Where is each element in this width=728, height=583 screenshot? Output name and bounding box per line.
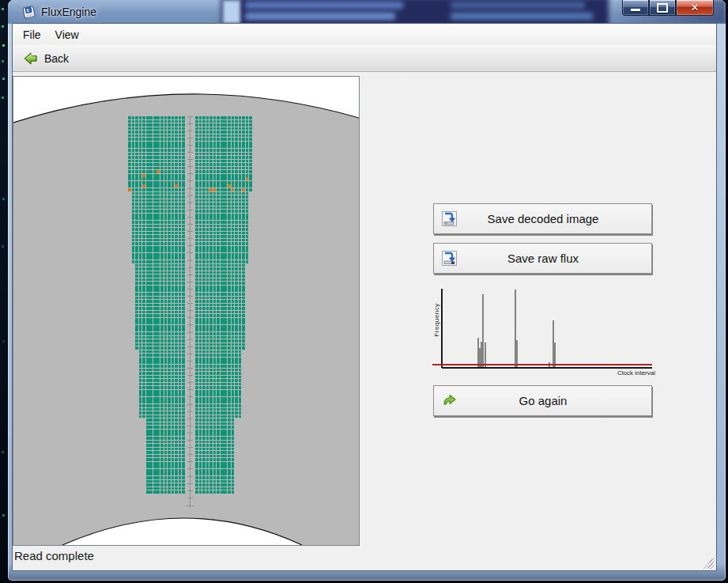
clock-histogram: Frequency Clock interval <box>432 285 665 380</box>
save-arrow-icon <box>442 211 457 226</box>
aero-glass-highlight <box>223 0 240 24</box>
close-icon: ✕ <box>691 2 700 13</box>
histogram-plot <box>432 285 665 380</box>
save-arrow-icon <box>442 251 457 266</box>
disk-map-panel <box>13 76 360 546</box>
caption-buttons: ✕ <box>622 0 714 16</box>
go-again-label: Go again <box>457 394 629 407</box>
screen: FluxEngine ✕ File View Back <box>0 0 728 583</box>
minimize-icon <box>631 9 640 11</box>
save-raw-flux-button[interactable]: Save raw flux <box>433 243 652 274</box>
aero-blur-row <box>245 2 403 9</box>
resize-grip[interactable] <box>703 557 715 569</box>
window-title: FluxEngine <box>41 6 96 18</box>
toolbar: Back <box>13 45 716 72</box>
desktop-background <box>0 0 8 583</box>
aero-blur-row <box>451 2 585 9</box>
aero-blur-row <box>451 13 593 20</box>
fluxengine-window: FluxEngine ✕ File View Back <box>8 0 726 581</box>
back-arrow-icon <box>24 51 38 66</box>
status-bar-text: Read complete <box>14 549 94 562</box>
histogram-y-axis-label: Frequency <box>433 289 440 352</box>
go-again-button[interactable]: Go again <box>433 385 652 416</box>
menu-file[interactable]: File <box>16 24 48 45</box>
redo-arrow-icon <box>442 393 457 408</box>
save-raw-flux-label: Save raw flux <box>457 252 629 265</box>
back-label: Back <box>44 52 69 65</box>
maximize-button[interactable] <box>649 0 676 16</box>
minimize-button[interactable] <box>622 0 649 16</box>
desktop-console-pixels <box>2 8 4 10</box>
aero-blur-row <box>245 13 395 20</box>
maximize-icon <box>657 3 668 13</box>
back-button[interactable]: Back <box>19 48 74 68</box>
menu-view[interactable]: View <box>48 24 86 45</box>
histogram-x-axis-label: Clock interval <box>617 369 655 377</box>
disk-sector-map <box>13 77 359 545</box>
save-decoded-image-label: Save decoded image <box>457 212 629 225</box>
client-area: File View Back <box>13 24 716 570</box>
floppy-disk-icon <box>22 6 36 19</box>
titlebar[interactable]: FluxEngine ✕ <box>8 0 726 24</box>
close-button[interactable]: ✕ <box>676 0 714 16</box>
save-decoded-image-button[interactable]: Save decoded image <box>433 203 652 234</box>
menu-bar: File View <box>13 24 716 45</box>
